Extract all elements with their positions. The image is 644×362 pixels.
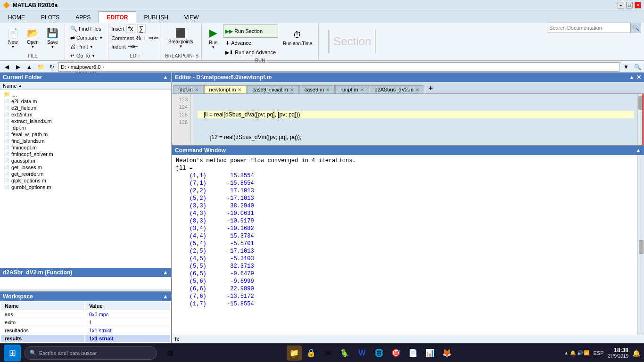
editor-expand-btn[interactable]: ▲ (629, 74, 635, 81)
compare-button[interactable]: ⇌ Compare ▼ (68, 33, 105, 42)
taskbar-app-mail[interactable]: ✉ (321, 346, 336, 361)
taskbar-app-fileexplorer[interactable]: 📁 (287, 346, 302, 361)
print-button[interactable]: 🖨 Print ▼ (68, 42, 105, 51)
taskbar-app-opera[interactable]: 🦊 (439, 346, 454, 361)
list-item[interactable]: 📄 find_islands.m (0, 138, 171, 144)
editor-close-btn[interactable]: ✕ (636, 74, 641, 81)
list-item[interactable]: 📄 get_losses.m (0, 164, 171, 171)
plus-icon: + (143, 34, 147, 41)
taskview-button[interactable]: ⧉ (162, 346, 177, 361)
item-name: feval_w_path.m (11, 132, 48, 137)
search-button[interactable]: 🔍 (630, 23, 641, 33)
editor-tab-fdpf[interactable]: fdpf.m ✕ (173, 85, 204, 93)
editor-tab-newtonpf[interactable]: newtonpf.m ✕ (204, 85, 247, 93)
find-files-button[interactable]: 🔍 Find Files (68, 25, 105, 33)
list-item[interactable]: 📄 glpk_options.m (0, 177, 171, 184)
tab-editor[interactable]: EDITOR (99, 11, 136, 23)
run-button[interactable]: ▶ Run ▼ (205, 25, 222, 52)
list-item[interactable]: 📄 gurobi_options.m (0, 184, 171, 190)
editor-tab-d2asbus[interactable]: d2ASbus_dV2.m ✕ (370, 85, 425, 93)
table-row[interactable]: ans 0x0 mpc (1, 311, 170, 318)
forward-button[interactable]: ▶ (13, 62, 23, 72)
run-advance-button[interactable]: ▶⬇ Run and Advance (223, 48, 278, 57)
advance-button[interactable]: ⬇ Advance (223, 39, 278, 47)
command-window-content[interactable]: Newton's method power flow converged in … (172, 155, 637, 335)
search-folder-button[interactable]: 🔍 (633, 62, 642, 72)
list-item[interactable]: 📄 fmincopf_solver.m (0, 151, 171, 157)
tab-apps[interactable]: APPS (67, 11, 99, 23)
table-row[interactable]: results 1x1 struct (1, 335, 170, 342)
taskbar-search[interactable]: 🔍 Escribe aquí para buscar (25, 346, 157, 360)
path-bar[interactable]: D: › matpower6.0 › (58, 62, 619, 72)
tab-close-icon[interactable]: ✕ (326, 87, 330, 92)
tab-home[interactable]: HOME (0, 11, 33, 23)
search-input[interactable] (547, 25, 630, 31)
taskbar-app-word[interactable]: W (355, 346, 370, 361)
tab-publish[interactable]: PUBLISH (136, 11, 176, 23)
list-item[interactable]: 📄 ext2int.m (0, 111, 171, 118)
breakpoints-button[interactable]: ⬛ Breakpoints ▼ (165, 25, 197, 52)
run-time-button[interactable]: ⏱ Run and Time (280, 25, 315, 52)
workspace-expand-btn[interactable]: ▲ (163, 293, 168, 300)
back-button[interactable]: ◀ (2, 62, 11, 72)
command-window-expand-btn[interactable]: ▲ (636, 147, 641, 154)
folder-panel-expand[interactable]: ▲ (163, 74, 168, 81)
list-item[interactable]: 📄 gausspf.m (0, 157, 171, 164)
folder-icon-btn[interactable]: 📁 (36, 62, 45, 72)
tab-plots[interactable]: PLOTS (33, 11, 67, 23)
tab-view[interactable]: VIEW (176, 11, 207, 23)
editor-tab-bar: fdpf.m ✕ newtonpf.m ✕ case9_inicial.m ✕ … (172, 82, 644, 94)
tab-close-icon[interactable]: ✕ (290, 87, 294, 92)
cmd-scrollbar[interactable] (637, 155, 644, 335)
taskbar-app-matlab[interactable]: 🎯 (388, 346, 404, 361)
editor-tab-runpf[interactable]: runpf.m ✕ (335, 85, 369, 93)
taskbar-app-unknown1[interactable]: 🦜 (338, 346, 353, 361)
refresh-button[interactable]: ↻ (47, 62, 57, 72)
list-item[interactable]: 📄 fmincopf.m (0, 144, 171, 151)
function-expand-btn[interactable]: ▲ (163, 269, 168, 276)
cmd-output-line: (6,6) 22.9890 (176, 285, 634, 293)
list-item[interactable]: 📄 e2i_data.m (0, 98, 171, 105)
editor-scrollbar[interactable] (637, 94, 644, 145)
code-area[interactable]: jll = real(dSbus_dVa([pv; pq], [pv; pq])… (194, 94, 637, 145)
run-time-icon: ⏱ (293, 30, 302, 40)
minimize-button[interactable]: – (618, 2, 624, 8)
notification-bell-btn[interactable]: 🔔 (632, 349, 640, 357)
taskbar-app-acrobat[interactable]: 📄 (405, 346, 421, 361)
taskbar-app-excel[interactable]: 📊 (422, 346, 438, 361)
goto-button[interactable]: ↵ Go To ▼ (68, 51, 105, 60)
maximize-button[interactable]: □ (626, 2, 633, 8)
run-section-button[interactable]: ▶▶ Run Section (223, 25, 278, 38)
add-tab-button[interactable]: + (425, 83, 437, 93)
search-documentation[interactable]: 🔍 (547, 23, 641, 33)
taskbar-app-chrome[interactable]: 🌐 (372, 346, 387, 361)
table-row[interactable]: exito 1 (1, 319, 170, 326)
tab-close-icon[interactable]: ✕ (195, 87, 198, 92)
list-item[interactable]: 📄 feval_w_path.m (0, 131, 171, 138)
tab-close-icon[interactable]: ✕ (238, 87, 241, 92)
open-button[interactable]: 📂 Open ▼ (24, 25, 42, 52)
list-item[interactable]: 📄 get_reorder.m (0, 171, 171, 177)
up-button[interactable]: ▲ (25, 62, 34, 72)
list-item[interactable]: 📁 … (0, 91, 171, 98)
close-button[interactable]: ✕ (635, 2, 641, 8)
tab-close-icon[interactable]: ✕ (415, 87, 419, 92)
new-button[interactable]: 📄 New ▼ (4, 25, 22, 52)
editor-tab-case9-inicial[interactable]: case9_inicial.m ✕ (247, 85, 298, 93)
tab-close-icon[interactable]: ✕ (360, 87, 364, 92)
taskbar-app-security[interactable]: 🔒 (304, 346, 319, 361)
browse-button[interactable]: ▼ (621, 62, 631, 72)
function-panel-header: d2ASbr_dV2.m (Function) ▲ (0, 268, 171, 277)
list-item[interactable]: 📄 extract_islands.m (0, 118, 171, 124)
file-group-content: 📄 New ▼ 📂 Open ▼ 💾 Save ▼ (4, 25, 62, 52)
list-item[interactable]: 📄 e2i_field.m (0, 105, 171, 111)
editor-tab-case9[interactable]: case9.m ✕ (299, 85, 335, 93)
list-item[interactable]: 📄 fdpf.m (0, 124, 171, 131)
path-end-arrow: › (102, 64, 104, 70)
workspace-table: Name Value ans 0x0 mpc exito 1 resultado… (0, 301, 171, 343)
table-row[interactable]: resultados 1x1 struct (1, 327, 170, 334)
ribbon-tab-bar: HOME PLOTS APPS EDITOR PUBLISH VIEW 🔍 (0, 10, 644, 23)
folder-list[interactable]: 📁 … 📄 e2i_data.m 📄 e2i_field.m 📄 ext2int… (0, 90, 171, 268)
start-button[interactable]: ⊞ (4, 345, 21, 362)
save-button[interactable]: 💾 Save ▼ (43, 25, 62, 52)
